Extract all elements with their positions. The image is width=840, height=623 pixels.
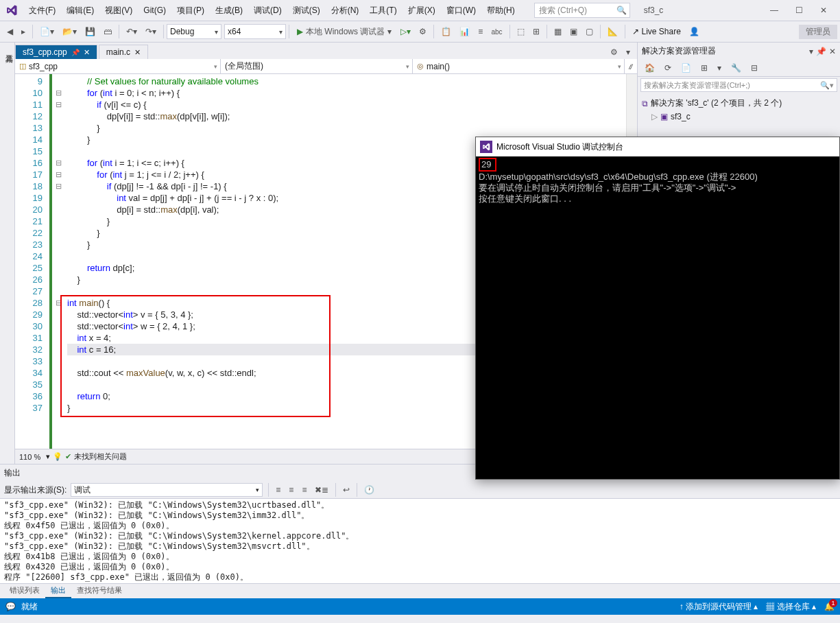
tab-dropdown-icon[interactable]: ⚙ <box>607 45 621 59</box>
console-result-value: 29 <box>479 158 496 172</box>
output-source-label: 显示输出来源(S): <box>4 484 67 496</box>
menu-item[interactable]: 项目(P) <box>171 3 210 18</box>
se-tool-icon[interactable]: ⟳ <box>661 61 675 75</box>
redo-button[interactable]: ↷▾ <box>142 25 160 38</box>
save-all-button[interactable]: 🗃 <box>100 25 115 38</box>
se-tool4-icon[interactable]: ▾ <box>714 61 725 75</box>
out-wrap-icon[interactable]: ↩ <box>339 483 353 497</box>
output-panel: 输出 ✕ 显示输出来源(S): 调试 ≡ ≡ ≡ ✖≣ ↩ 🕐 "sf3_cpp… <box>0 464 840 598</box>
open-button[interactable]: 📂▾ <box>59 25 80 38</box>
out-tool3[interactable]: ≡ <box>298 483 310 497</box>
out-tool2[interactable]: ≡ <box>285 483 297 497</box>
tool-b[interactable]: 📊 <box>456 25 473 38</box>
scm-button[interactable]: ↑ 添加到源代码管理 ▴ <box>680 601 758 613</box>
panel-close-icon[interactable]: ✕ <box>829 47 836 56</box>
tool-c[interactable]: ≡ <box>475 25 486 38</box>
toolbar: ◀ ▸ 📄▾ 📂▾ 💾 🗃 ↶▾ ↷▾ Debug x64 ▶本地 Window… <box>0 21 840 43</box>
bottom-tab[interactable]: 查找符号结果 <box>71 584 128 598</box>
new-project-button[interactable]: 📄▾ <box>36 25 58 38</box>
scope-dropdown[interactable]: (全局范围) <box>221 59 413 73</box>
debug-console-window[interactable]: Microsoft Visual Studio 调试控制台 29 D:\myse… <box>475 137 840 480</box>
platform-dropdown[interactable]: x64 <box>224 24 286 39</box>
window-title: sf3_c <box>644 5 664 15</box>
tool-i[interactable]: 📐 <box>604 25 621 38</box>
vs-logo-icon <box>4 3 19 18</box>
panel-pin-icon[interactable]: 📌 <box>816 47 826 56</box>
tool-a[interactable]: 📋 <box>437 25 455 38</box>
lightbulb-icon[interactable]: 💡 <box>53 452 62 461</box>
panel-menu-icon[interactable]: ▾ <box>809 47 813 56</box>
tool-g[interactable]: ▣ <box>566 25 581 38</box>
project-dropdown[interactable]: ◫sf3_cpp <box>15 59 221 73</box>
split-icon[interactable]: ⫽ <box>625 59 637 73</box>
menu-item[interactable]: 窗口(W) <box>441 3 481 18</box>
maximize-button[interactable]: ☐ <box>787 1 811 20</box>
bottom-tab[interactable]: 输出 <box>45 584 71 598</box>
se-tool6-icon[interactable]: ⊟ <box>747 61 761 75</box>
se-tool5-icon[interactable]: 🔧 <box>728 61 745 75</box>
tool-d[interactable]: ⬚ <box>514 25 528 38</box>
issues-label: 未找到相关问题 <box>74 451 127 462</box>
tool-e[interactable]: ⊞ <box>529 25 543 38</box>
se-tool3-icon[interactable]: ⊞ <box>697 61 711 75</box>
console-titlebar[interactable]: Microsoft Visual Studio 调试控制台 <box>476 137 839 156</box>
search-input[interactable]: 搜索 (Ctrl+Q) 🔍 <box>534 3 630 18</box>
live-share-button[interactable]: ↗ Live Share <box>628 27 685 36</box>
stop-button[interactable]: ⚙ <box>416 25 430 38</box>
toolbox-tab[interactable]: 工具箱 <box>0 43 15 464</box>
output-text[interactable]: "sf3_cpp.exe" (Win32): 已加载 "C:\Windows\S… <box>0 499 840 583</box>
out-clock-icon[interactable]: 🕐 <box>361 483 378 497</box>
se-tool2-icon[interactable]: 📄 <box>677 61 695 75</box>
menu-item[interactable]: 帮助(H) <box>481 3 520 18</box>
config-dropdown[interactable]: Debug <box>167 24 221 39</box>
project-node[interactable]: ▷ ▣ sf3_c <box>642 110 836 123</box>
run-debug-button[interactable]: ▶本地 Windows 调试器▾ <box>293 25 396 39</box>
nav-back-button[interactable]: ◀ <box>3 25 16 38</box>
out-clear-icon[interactable]: ✖≣ <box>311 483 332 497</box>
notification-icon[interactable]: 🔔 <box>824 602 835 611</box>
menu-item[interactable]: 测试(S) <box>287 3 326 18</box>
tool-f[interactable]: ▦ <box>551 25 565 38</box>
output-title: 输出 <box>4 467 21 479</box>
check-icon: ✔ <box>65 452 71 461</box>
output-source-dropdown[interactable]: 调试 <box>71 483 263 497</box>
menu-item[interactable]: 调试(D) <box>248 3 287 18</box>
save-button[interactable]: 💾 <box>82 25 99 38</box>
account-button[interactable]: 👤 <box>686 25 703 38</box>
menu-item[interactable]: 视图(V) <box>99 3 138 18</box>
menu-item[interactable]: 工具(T) <box>364 3 402 18</box>
menu-item[interactable]: 生成(B) <box>210 3 248 18</box>
undo-button[interactable]: ↶▾ <box>123 25 141 38</box>
close-button[interactable]: ✕ <box>811 1 836 20</box>
zoom-level[interactable]: 110 % <box>19 453 40 461</box>
func-dropdown[interactable]: ◎main() <box>413 59 625 73</box>
run-nodebug-button[interactable]: ▷▾ <box>397 25 414 38</box>
console-title-text: Microsoft Visual Studio 调试控制台 <box>496 141 623 153</box>
menu-item[interactable]: 扩展(X) <box>403 3 441 18</box>
search-icon: 🔍 <box>616 5 627 15</box>
menu-item[interactable]: Git(G) <box>138 3 171 18</box>
menu-item[interactable]: 编辑(E) <box>61 3 99 18</box>
status-ready: 就绪 <box>21 601 38 613</box>
out-tool1[interactable]: ≡ <box>272 483 284 497</box>
menubar: 文件(F)编辑(E)视图(V)Git(G)项目(P)生成(B)调试(D)测试(S… <box>0 0 840 21</box>
tab-overflow-icon[interactable]: ▾ <box>623 45 634 59</box>
se-search-input[interactable]: 搜索解决方案资源管理器(Ctrl+;) 🔍▾ <box>640 78 837 92</box>
menu-item[interactable]: 文件(F) <box>23 3 61 18</box>
tool-abc[interactable]: abc <box>488 26 505 38</box>
solution-node[interactable]: ⧉ 解决方案 'sf3_c' (2 个项目，共 2 个) <box>642 96 836 110</box>
editor-tab[interactable]: sf3_cpp.cpp📌✕ <box>15 45 97 59</box>
repo-button[interactable]: ▦ 选择仓库 ▴ <box>766 601 816 613</box>
editor-tab[interactable]: main.c✕ <box>99 45 148 59</box>
bottom-tab[interactable]: 错误列表 <box>4 584 45 598</box>
console-vs-icon <box>480 141 492 153</box>
minimize-button[interactable]: — <box>762 1 787 20</box>
se-home-icon[interactable]: 🏠 <box>641 61 658 75</box>
nav-fwd-button[interactable]: ▸ <box>18 25 29 38</box>
status-bar: 💬 就绪 ↑ 添加到源代码管理 ▴ ▦ 选择仓库 ▴ 🔔 <box>0 598 840 615</box>
tool-h[interactable]: ▢ <box>582 25 597 38</box>
editor-tabs: sf3_cpp.cpp📌✕main.c✕ ⚙ ▾ <box>15 43 637 59</box>
chat-icon[interactable]: 💬 <box>5 602 16 611</box>
context-bar: ◫sf3_cpp (全局范围) ◎main() ⫽ <box>15 59 637 74</box>
menu-item[interactable]: 分析(N) <box>326 3 365 18</box>
